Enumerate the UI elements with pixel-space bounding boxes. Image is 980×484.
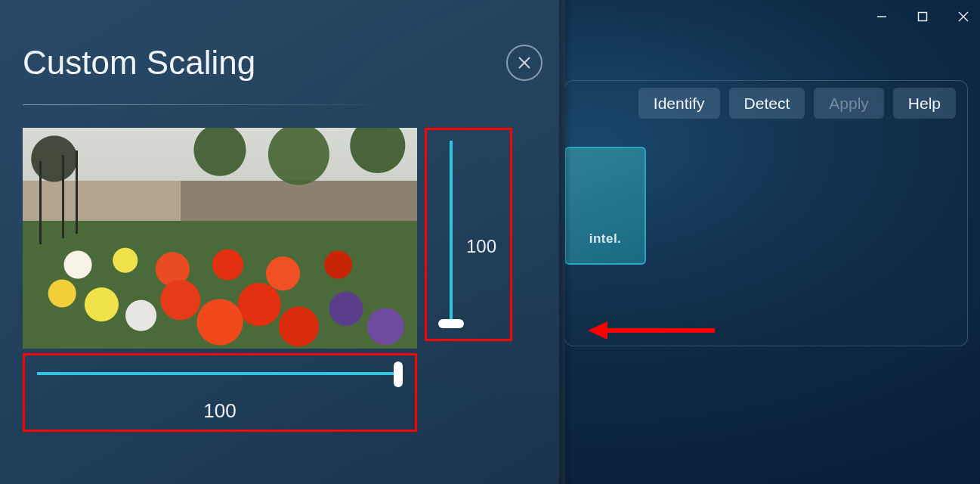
dialog-divider [23,104,370,105]
window-close-button[interactable] [951,5,975,29]
horizontal-scaling-thumb[interactable] [394,361,403,387]
window-controls [870,5,975,29]
display-tile[interactable]: intel. [564,147,646,265]
annotation-arrow-icon [588,319,716,342]
custom-scaling-dialog: Custom Scaling 100 100 [0,0,565,484]
close-icon [517,55,532,70]
window-minimize-button[interactable] [870,5,894,29]
horizontal-scaling-group: 100 [23,353,417,432]
horizontal-scaling-slider[interactable] [37,372,400,375]
vertical-scaling-group: 100 [425,128,512,341]
svg-rect-1 [919,13,927,21]
scaling-preview-image [23,128,417,349]
dialog-close-button[interactable] [506,45,543,81]
vertical-scaling-thumb[interactable] [438,319,464,328]
vertical-scaling-value: 100 [466,236,496,257]
detect-button[interactable]: Detect [729,88,805,119]
help-button[interactable]: Help [893,88,956,119]
intel-logo-text: intel. [589,231,622,247]
horizontal-scaling-value: 100 [25,399,415,423]
apply-button: Apply [814,88,884,119]
svg-marker-5 [588,321,607,340]
window-maximize-button[interactable] [910,5,935,29]
vertical-scaling-slider[interactable] [450,141,453,325]
dialog-header: Custom Scaling [23,0,543,104]
identify-button[interactable]: Identify [638,88,720,119]
dialog-title: Custom Scaling [23,44,255,82]
scaling-area: 100 100 [23,128,544,349]
display-toolbar: Identify Detect Apply Help [638,88,956,119]
